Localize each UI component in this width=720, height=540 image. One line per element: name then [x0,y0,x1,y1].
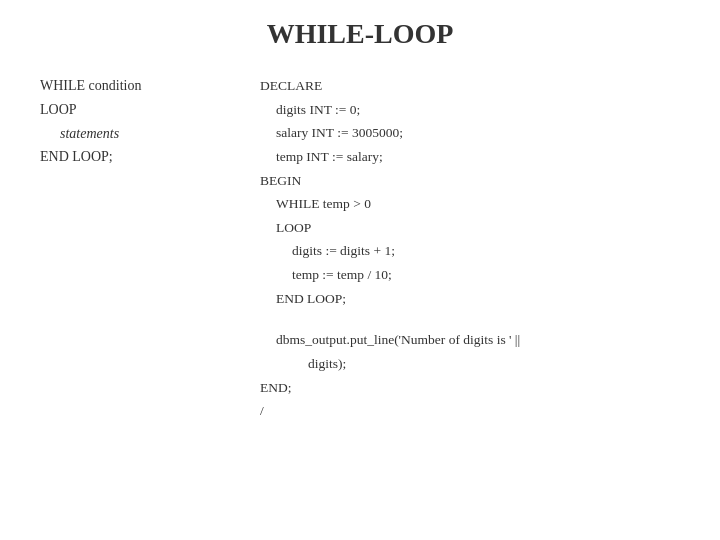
right-panel: DECLARE digits INT := 0; salary INT := 3… [260,74,680,423]
code-slash: / [260,399,680,423]
syntax-line1: WHILE condition [40,74,220,98]
code-salary-decl: salary INT := 3005000; [260,121,680,145]
code-dbms-cont: digits); [260,352,680,376]
code-loop: LOOP [260,216,680,240]
code-end-loop: END LOOP; [260,287,680,311]
code-temp-decl: temp INT := salary; [260,145,680,169]
code-temp-assign: temp := temp / 10; [260,263,680,287]
code-dbms: dbms_output.put_line('Number of digits i… [260,328,680,352]
syntax-line3: statements [40,122,220,146]
code-digits-assign: digits := digits + 1; [260,239,680,263]
syntax-line2: LOOP [40,98,220,122]
code-end: END; [260,376,680,400]
code-while: WHILE temp > 0 [260,192,680,216]
syntax-line4: END LOOP; [40,145,220,169]
code-begin: BEGIN [260,169,680,193]
code-declare: DECLARE [260,74,680,98]
left-panel: WHILE condition LOOP statements END LOOP… [40,74,220,423]
code-digits-decl: digits INT := 0; [260,98,680,122]
syntax-block: WHILE condition LOOP statements END LOOP… [40,74,220,169]
page-title: WHILE-LOOP [0,0,720,74]
